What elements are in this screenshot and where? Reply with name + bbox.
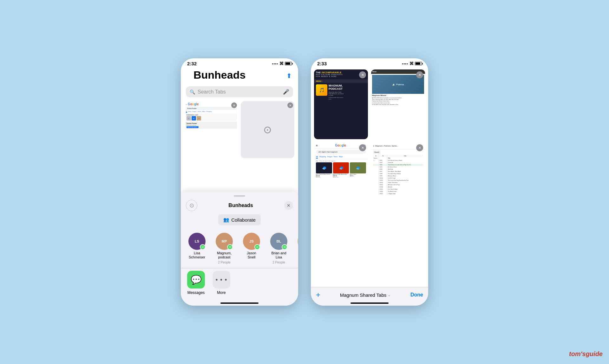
more-icon: • • •: [213, 271, 230, 289]
app-more[interactable]: • • • More: [213, 271, 230, 295]
share-close-button[interactable]: ✕: [284, 201, 293, 210]
page-title: Bunheads: [187, 68, 252, 84]
messages-badge-magnum: ✉: [227, 244, 233, 250]
mic-icon[interactable]: 🎤: [283, 89, 289, 95]
share-header: ⊙ Bunheads ✕: [181, 200, 298, 214]
close-google-search[interactable]: ✕: [359, 144, 366, 151]
tab-incomparable[interactable]: ✕ THE INCOMPARABLE POP CULTURE PODCASTSF…: [314, 69, 368, 139]
hamburger-icon: ≡: [316, 144, 318, 147]
sheet-header: A B Title: [373, 155, 423, 157]
sheet-row-7: S1E8 The Ugliest Dog in Hawaii: [373, 173, 423, 175]
close-magnum-mania[interactable]: ✕: [416, 71, 423, 78]
podcast-info: MAGNUM,PODCAST Hosted by Jason Snell,Phi…: [329, 84, 344, 138]
done-button[interactable]: Done: [410, 292, 423, 298]
mania-hero-image: 🏔️ Palena: [372, 75, 424, 94]
sheet-table: A B Title Season Title 1 S1: [371, 155, 425, 195]
tab-spreadsheet[interactable]: ✕ ‹ Magnum, Podcast, Sprea... ✎ Sheet1 A…: [371, 142, 425, 212]
mania-content: 🏔️ Palena Magnum Mania! At E16 (2019 the…: [371, 74, 425, 106]
sheet-title-text: Magnum, Podcast, Sprea...: [375, 145, 420, 147]
contact-brian-lisa[interactable]: BL ✉ Brian and Lisa 2 People: [268, 233, 290, 264]
tab-content-google: ≡ Google Sutton Foster All NewsImagesVid…: [185, 101, 238, 158]
share-sheet-title: Bunheads: [197, 203, 284, 208]
ads-label: Ads · Shop al's tigers hat magnum: [314, 159, 368, 162]
messages-badge-lisa: ✉: [200, 244, 206, 250]
status-icons-right: •••• ⌘: [402, 61, 422, 66]
chevron-down-icon: ⌄: [388, 293, 391, 297]
search-bar[interactable]: 🔍 Search Tabs 🎤: [186, 86, 293, 97]
shop-item-price-3: $37.9...: [350, 175, 366, 177]
contact-name-magnum: Magnum, podcast: [213, 251, 235, 259]
home-indicator-right: [350, 302, 389, 304]
mania-body-text: At E16 (2019 there) 5 people in a room w…: [372, 97, 424, 105]
status-icons-left: •••• ⌘: [272, 61, 292, 66]
google-tabs-row: All ShoppingImagesNewsMaps: [314, 155, 368, 159]
share-icon[interactable]: ⬆: [286, 72, 292, 80]
signal-icon: ••••: [272, 62, 278, 66]
sheet-row-14: S1E15 Don't Say Goodbye: [373, 188, 423, 190]
contact-lisa[interactable]: LS ✉ LisaSchmeiser: [186, 233, 208, 264]
sheet-row-9: S1E10 Lest We Forget: [373, 177, 423, 179]
tab-search-query: Sutton Foster: [186, 107, 237, 110]
shop-item-img-2: 🧢: [333, 162, 349, 173]
tab-group-name[interactable]: Magnum Shared Tabs ⌄: [340, 292, 391, 298]
tab-card-2[interactable]: ✕ ⊙: [241, 101, 294, 158]
toms-guide-watermark: tom'sguide: [569, 350, 603, 358]
add-tab-button[interactable]: +: [316, 290, 320, 299]
shop-item-img-1: 🧢: [316, 162, 332, 173]
messages-badge-jason: ✉: [254, 244, 260, 250]
mania-site-name: News: [372, 71, 377, 73]
wifi-icon: ⌘: [279, 61, 284, 66]
wifi-icon-right: ⌘: [409, 61, 414, 66]
battery-icon-right: [415, 62, 422, 65]
app-messages[interactable]: 💬 Messages: [187, 271, 205, 295]
time-left: 2:32: [187, 61, 197, 66]
podcast-thumbnail: 🎵: [316, 84, 327, 96]
search-placeholder: Search Tabs: [198, 89, 280, 95]
close-spreadsheet[interactable]: ✕: [416, 144, 423, 151]
contact-name-lisa: LisaSchmeiser: [189, 251, 205, 259]
sheet-tab-label: Sheet1: [373, 151, 381, 154]
shop-item-store-1: MLB Shop: [316, 177, 332, 178]
right-phone: 2:33 •••• ⌘ ✕ THE INCOMPARABLE POP CU: [311, 58, 428, 306]
share-handle: [234, 195, 245, 197]
compass-icon: ⊙: [263, 124, 272, 136]
tab-preview-spreadsheet: ‹ Magnum, Podcast, Sprea... ✎ Sheet1 A B…: [371, 142, 425, 212]
back-icon: ‹: [373, 144, 374, 148]
sheet-row-15: S1E16 The Black Orchid: [373, 191, 423, 192]
status-bar-left: 2:32 •••• ⌘: [181, 58, 298, 68]
close-incomparable[interactable]: ✕: [359, 71, 366, 78]
tab-group-label: Magnum Shared Tabs: [340, 292, 386, 298]
shop-item-1: 🧢 Men's New Era Navy Detroit... $41.99 M…: [316, 162, 332, 178]
shop-items: 🧢 Men's New Era Navy Detroit... $41.99 M…: [314, 162, 368, 178]
contact-magnum[interactable]: MP ✉ Magnum, podcast 2 People: [213, 233, 235, 264]
incomparable-menu: MENU ↑: [314, 79, 368, 83]
tab-card-1[interactable]: ✕ ≡ Google Sutton Foster All NewsImagesV…: [185, 101, 238, 158]
contact-name-jason: JasonSnell: [247, 251, 256, 259]
sheet-row-16: S1E17 J. Digger Doyle: [373, 193, 423, 195]
incomparable-subtitle: POP CULTURE PODCASTSFOR NERDS & FANS: [316, 74, 366, 77]
sheet-row-4: S1E5 No Need to Know: [373, 166, 423, 168]
tab-google-search[interactable]: ✕ ≡ Google ⊙ al's tigers hat magnum: [314, 142, 368, 212]
sheet-row-3: S1E4 Thank Heaven for Little Girls and B…: [373, 164, 423, 166]
contact-jason[interactable]: JS ✉ JasonSnell: [240, 233, 263, 264]
search-icon: 🔍: [190, 89, 195, 94]
sheet-row-10: S1E11 The Curse of the King Kamehameha C…: [373, 179, 423, 181]
messages-badge-brian: ✉: [282, 244, 287, 250]
close-tab-2[interactable]: ✕: [287, 102, 293, 108]
sheet-row-header: Season Title: [373, 157, 423, 159]
sheet-row-2: S1E3 China Doll: [373, 162, 423, 164]
battery-icon: [285, 62, 292, 65]
contact-summ[interactable]: S ✉ Summ... 3: [295, 233, 298, 264]
tabs-grid-container: ✕ THE INCOMPARABLE POP CULTURE PODCASTSF…: [311, 68, 428, 215]
close-tab-1[interactable]: ✕: [231, 102, 237, 108]
sheet-row-6: S1E7 Never Again...Never Again: [373, 171, 423, 172]
collaborate-button[interactable]: 👥 Collaborate: [218, 214, 261, 225]
sheet-row-12: S1E13 All Roads Lead to Floyd: [373, 184, 423, 186]
tab-magnum-mania[interactable]: ✕ News 🏔️ Palena Magnum Mania! At E16 (2…: [371, 69, 425, 139]
sutton-box: Sutton Foster American actress Share & o…: [186, 122, 237, 129]
shop-item-2: 🧢 Magnum PI AL's Automotive... $19.95 Am…: [333, 162, 349, 178]
tab-preview-google: ≡ Google ⊙ al's tigers hat magnum All Sh…: [314, 142, 368, 212]
left-phone: 2:32 •••• ⌘ Bunheads ⬆ 🔍 Search Tabs 🎤: [181, 58, 298, 306]
col-a: A: [373, 155, 379, 157]
sheet-row-8: S1E9 Missing in Action: [373, 175, 423, 177]
